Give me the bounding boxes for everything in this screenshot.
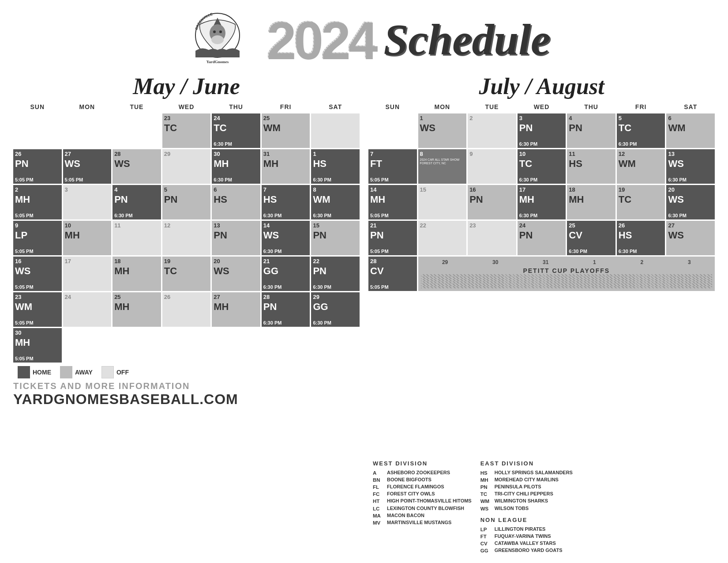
- cell-team: PN: [519, 123, 564, 133]
- cell-team: GG: [263, 266, 308, 276]
- team-code: LP: [480, 526, 493, 533]
- cell-team: TC: [619, 194, 664, 205]
- cell-team: WM: [619, 159, 664, 169]
- team-name: FUQUAY-VARINA TWINS: [495, 533, 551, 540]
- day-header: SAT: [311, 102, 360, 112]
- cell-time: 6:30 PM: [263, 213, 308, 218]
- cell-number: 8: [420, 151, 465, 158]
- cell-team: PN: [469, 194, 514, 205]
- calendar-cell: [13, 113, 62, 148]
- calendar-cell: 18MH: [567, 185, 615, 219]
- cell-team: MH: [519, 194, 564, 205]
- legend: HOME AWAY OFF: [18, 366, 360, 378]
- team-name: HIGH POINT-THOMASVILLE HITOMS: [387, 498, 472, 504]
- cell-number: 21: [370, 222, 415, 229]
- schedule-title: Schedule: [384, 18, 551, 62]
- legend-off-label: OFF: [116, 369, 129, 376]
- right-half: July / August SUNMONTUEWEDTHUFRISAT1WS23…: [368, 75, 715, 554]
- petitt-date: 2: [640, 259, 643, 265]
- division-team-item: LCLEXINGTON COUNTY BLOWFISH: [373, 505, 472, 512]
- legend-home: HOME: [18, 366, 51, 378]
- cell-time: 6:30 PM: [313, 213, 358, 218]
- cell-time: 6:30 PM: [619, 141, 664, 147]
- team-code: WS: [480, 505, 493, 512]
- calendar-cell: 22PN6:30 PM: [311, 257, 360, 291]
- page: YardGnomes GREENVILLE 2024 Schedule May …: [0, 0, 728, 563]
- cell-team: GG: [313, 302, 358, 312]
- calendar-cell: 27MH: [212, 292, 260, 327]
- cell-number: 12: [619, 151, 664, 158]
- cell-team: TC: [619, 123, 664, 133]
- cell-number: 10: [519, 151, 564, 158]
- cell-time: 5:05 PM: [15, 356, 60, 361]
- day-header: FRI: [617, 102, 665, 112]
- team-code: CV: [480, 540, 493, 547]
- calendar-cell: 29: [162, 149, 211, 184]
- cell-time: 6:30 PM: [519, 141, 564, 147]
- petitt-cup-cell: 293031123PETITT CUP PLAYOFFS: [418, 257, 715, 291]
- team-code: TC: [480, 491, 493, 498]
- may-june-grid: SUNMONTUEWEDTHUFRISAT23TC24TC6:30 PM25WM…: [13, 102, 360, 363]
- tickets-text: TICKETS AND MORE INFORMATION: [13, 381, 360, 391]
- cell-number: 29: [164, 151, 209, 158]
- west-teams-list: AASHEBORO ZOOKEEPERSBNBOONE BIGFOOTSFLFL…: [373, 469, 472, 526]
- calendar-cell: 2MH5:05 PM: [13, 185, 62, 219]
- calendar-cell: [368, 113, 417, 148]
- division-team-item: MVMARTINSVILLE MUSTANGS: [373, 519, 472, 526]
- cell-team: WM: [15, 302, 60, 312]
- calendar-cell: 82024 CAR ALL STAR SHOWFOREST CITY, NC: [418, 149, 467, 184]
- cell-number: 21: [263, 258, 308, 265]
- legend-away-label: AWAY: [75, 369, 93, 376]
- cell-time: 6:30 PM: [519, 177, 564, 182]
- team-name: TRI-CITY CHILI PEPPERS: [495, 491, 553, 497]
- cell-number: 14: [263, 222, 308, 229]
- east-division-title: EAST DIVISION: [480, 460, 573, 467]
- team-name: LILLINGTON PIRATES: [495, 526, 546, 533]
- calendar-cell: 31MH: [262, 149, 310, 184]
- cell-number: 18: [114, 258, 159, 265]
- calendar-cell: 11: [113, 221, 161, 255]
- calendar-cell: 8WM6:30 PM: [311, 185, 360, 219]
- cell-team: HS: [214, 194, 259, 205]
- petitt-cup-label: PETITT CUP PLAYOFFS: [421, 267, 712, 274]
- cell-number: 29: [313, 294, 358, 301]
- cell-number: 11: [114, 222, 159, 229]
- east-nonleague: EAST DIVISION HSHOLLY SPRINGS SALAMANDER…: [480, 460, 573, 554]
- cell-number: 30: [214, 151, 259, 158]
- cell-team: CV: [370, 266, 415, 276]
- cell-number: 26: [619, 222, 664, 229]
- calendar-cell: 6HS: [212, 185, 260, 219]
- team-code: LC: [373, 505, 385, 512]
- cell-team: TC: [214, 123, 259, 133]
- july-aug-title: July / August: [368, 75, 715, 98]
- team-name: MOREHEAD CITY MARLINS: [495, 476, 559, 483]
- cell-team: WM: [313, 194, 358, 205]
- team-name: WILMINGTON SHARKS: [495, 498, 548, 504]
- cell-number: 2: [15, 186, 60, 193]
- day-header: MON: [63, 102, 112, 112]
- team-code: GG: [480, 547, 493, 554]
- cell-number: 27: [65, 151, 110, 158]
- day-header: FRI: [262, 102, 310, 112]
- calendar-cell: 10TC6:30 PM: [518, 149, 566, 184]
- cell-team: PN: [519, 230, 564, 241]
- calendar-cell: [113, 113, 161, 148]
- cell-number: 20: [214, 258, 259, 265]
- petitt-date: 1: [593, 259, 596, 265]
- west-division: WEST DIVISION AASHEBORO ZOOKEEPERSBNBOON…: [373, 460, 472, 554]
- yard-gnomes-logo: YardGnomes GREENVILLE: [180, 11, 255, 68]
- cell-team: LP: [15, 230, 60, 241]
- calendar-cell: 18MH: [113, 257, 161, 291]
- team-name: CATAWBA VALLEY STARS: [495, 540, 556, 547]
- calendar-cell: 2: [468, 113, 516, 148]
- cell-number: 5: [164, 186, 209, 193]
- non-league: NON LEAGUE LPLILLINGTON PIRATESFTFUQUAY-…: [480, 517, 573, 554]
- calendar-cell: 7FT5:05 PM: [368, 149, 417, 184]
- cell-number: 28: [263, 294, 308, 301]
- cell-number: 6: [668, 115, 713, 122]
- cell-time: 5:05 PM: [15, 177, 60, 182]
- calendar-cell: 9: [468, 149, 516, 184]
- cell-number: 25: [114, 294, 159, 301]
- calendar-cell: 16PN: [468, 185, 516, 219]
- team-code: BN: [373, 476, 385, 484]
